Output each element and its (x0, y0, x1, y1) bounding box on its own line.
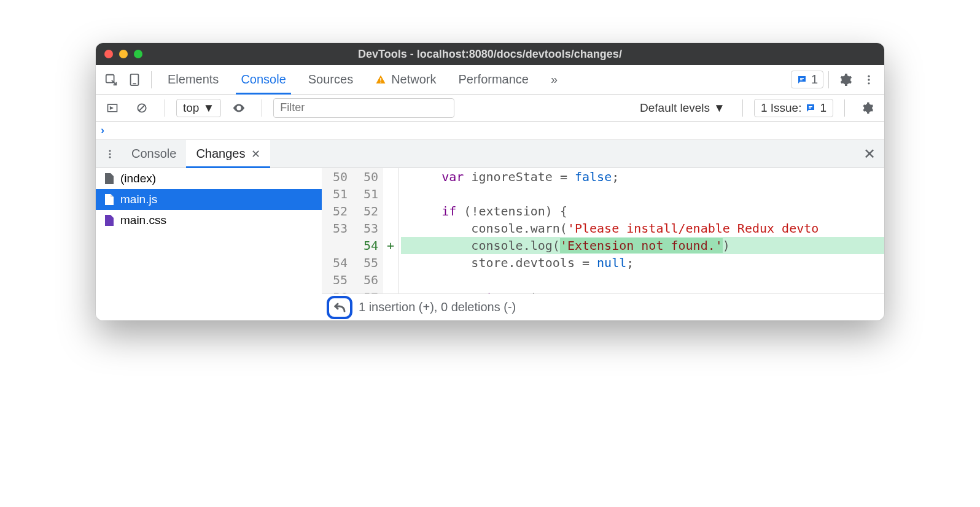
svg-point-17 (109, 156, 111, 158)
issues-count: 1 (811, 72, 818, 87)
changes-panel: (index) main.js main.css 50 50 (96, 168, 884, 320)
code-text: if (!extension) { (401, 203, 884, 220)
maximize-window[interactable] (134, 50, 142, 58)
drawer-tab-changes[interactable]: Changes ✕ (186, 140, 270, 168)
new-lineno: 55 (352, 254, 383, 271)
tab-sources[interactable]: Sources (297, 65, 364, 94)
new-lineno: 52 (352, 203, 383, 220)
code-text (401, 271, 884, 288)
divider (844, 99, 845, 117)
window-title: DevTools - localhost:8080/docs/devtools/… (96, 48, 884, 61)
issue-count-label: 1 Issue: (761, 101, 802, 115)
svg-rect-3 (380, 78, 381, 81)
svg-rect-5 (800, 78, 804, 79)
issues-button[interactable]: 1 Issue: 1 (754, 99, 833, 117)
code-text: var ignoreState = false; (401, 168, 884, 185)
code-text: store.devtools = null; (401, 254, 884, 271)
close-drawer-icon[interactable]: ✕ (857, 145, 882, 163)
divider (828, 71, 829, 88)
gear-icon[interactable] (857, 98, 878, 118)
titlebar: DevTools - localhost:8080/docs/devtools/… (96, 43, 884, 65)
filter-input[interactable] (273, 98, 454, 118)
file-name: (index) (120, 172, 156, 185)
diff-line-added: 54 + console.log('Extension not found.') (322, 237, 884, 254)
svg-point-8 (868, 79, 869, 80)
minimize-window[interactable] (119, 50, 128, 58)
diff-marker: + (383, 237, 398, 254)
file-name: main.css (120, 214, 166, 227)
svg-rect-4 (380, 82, 381, 83)
close-icon[interactable]: ✕ (251, 147, 260, 161)
old-lineno: 53 (322, 220, 352, 237)
old-lineno: 56 (322, 288, 352, 293)
divider (151, 71, 152, 88)
diff-summary-bar: 1 insertion (+), 0 deletions (-) (322, 293, 884, 320)
svg-point-15 (109, 150, 111, 152)
file-item-mainjs[interactable]: main.js (96, 189, 322, 210)
code-text: return store; (401, 288, 884, 293)
warning-icon (375, 74, 386, 85)
clear-console-icon[interactable] (131, 98, 152, 118)
file-item-maincss[interactable]: main.css (96, 210, 322, 231)
issues-badge[interactable]: 1 (791, 71, 823, 88)
tab-label: Changes (196, 147, 245, 161)
sidebar-toggle-icon[interactable] (102, 98, 123, 118)
code-text: console.warn('Please install/enable Redu… (401, 220, 884, 237)
old-lineno: 55 (322, 271, 352, 288)
device-toggle-icon[interactable] (124, 69, 145, 90)
tab-console[interactable]: Console (230, 65, 297, 94)
file-icon (104, 193, 114, 206)
gear-icon[interactable] (835, 69, 856, 90)
svg-rect-13 (809, 106, 812, 107)
inspect-icon[interactable] (101, 69, 122, 90)
diff-summary-text: 1 insertion (+), 0 deletions (-) (359, 300, 516, 314)
divider (742, 99, 743, 117)
close-window[interactable] (104, 50, 113, 58)
old-lineno: 54 (322, 254, 352, 271)
file-item-index[interactable]: (index) (96, 168, 322, 189)
divider (165, 99, 165, 117)
diff-line: 56 57 return store; (322, 288, 884, 293)
tab-performance[interactable]: Performance (448, 65, 540, 94)
new-lineno: 57 (352, 288, 383, 293)
svg-point-7 (868, 75, 869, 77)
tab-label: Performance (459, 72, 529, 87)
changed-files-list: (index) main.js main.css (96, 168, 322, 320)
kebab-icon[interactable] (858, 69, 879, 90)
console-prompt[interactable]: › (96, 122, 884, 140)
svg-rect-14 (809, 107, 811, 109)
eye-icon[interactable] (228, 98, 249, 118)
tab-label: Console (131, 147, 176, 161)
new-lineno: 53 (352, 220, 383, 237)
context-select[interactable]: top ▼ (176, 99, 221, 117)
svg-point-16 (109, 153, 111, 155)
drawer-tabstrip: Console Changes ✕ ✕ (96, 140, 884, 168)
code-text (401, 185, 884, 203)
new-lineno: 51 (352, 185, 383, 203)
kebab-icon[interactable] (99, 144, 120, 164)
tab-label: Network (391, 72, 436, 87)
old-lineno (322, 237, 352, 254)
main-tabstrip: Elements Console Sources Network Perform… (96, 65, 884, 95)
tab-overflow[interactable]: » (540, 65, 569, 94)
diff-line: 54 55 store.devtools = null; (322, 254, 884, 271)
drawer-tab-console[interactable]: Console (122, 140, 186, 168)
chevron-down-icon: ▼ (714, 101, 725, 115)
tab-network[interactable]: Network (364, 65, 447, 94)
log-level-select[interactable]: Default levels ▼ (634, 99, 731, 117)
context-label: top (183, 101, 199, 115)
file-name: main.js (120, 193, 157, 206)
issue-count: 1 (820, 101, 826, 115)
tab-elements[interactable]: Elements (157, 65, 230, 94)
console-toolbar: top ▼ Default levels ▼ 1 Issue: 1 (96, 95, 884, 122)
diff-line: 50 50 var ignoreState = false; (322, 168, 884, 185)
diff-view: 50 50 var ignoreState = false; 51 51 52 … (322, 168, 884, 320)
tab-label: Console (241, 72, 286, 87)
diff-lines: 50 50 var ignoreState = false; 51 51 52 … (322, 168, 884, 293)
old-lineno: 50 (322, 168, 352, 185)
new-lineno: 56 (352, 271, 383, 288)
revert-button[interactable] (327, 296, 352, 319)
traffic-lights (104, 50, 142, 58)
diff-line: 52 52 if (!extension) { (322, 203, 884, 220)
diff-line: 55 56 (322, 271, 884, 288)
